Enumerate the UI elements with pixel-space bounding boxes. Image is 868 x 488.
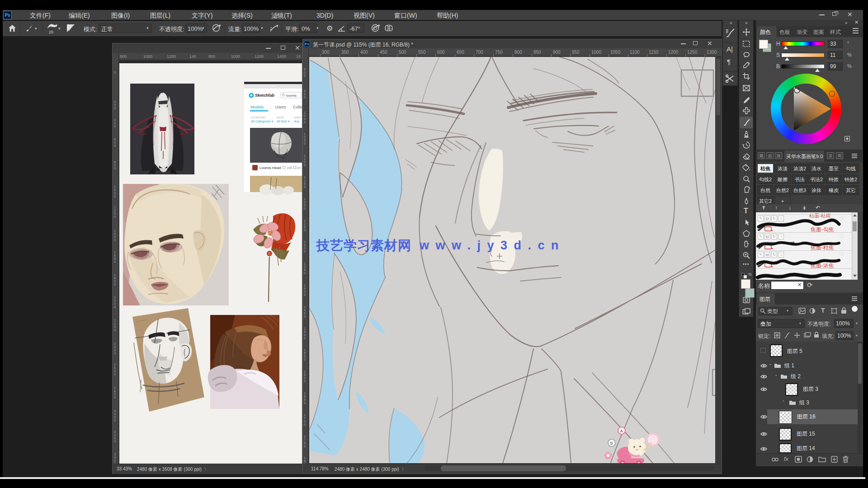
svg-text:A: A — [620, 429, 623, 433]
svg-text:技艺学习素材网: 技艺学习素材网 — [316, 238, 411, 253]
svg-text:All Categories ▾: All Categories ▾ — [251, 120, 274, 123]
svg-text:ANIM: ANIM — [294, 116, 301, 119]
svg-text:24: 24 — [297, 166, 301, 169]
svg-text:Loomis Head: Loomis Head — [259, 166, 281, 170]
svg-text:Users: Users — [275, 105, 286, 109]
svg-text:All time ▾: All time ▾ — [277, 120, 290, 123]
svg-text:305: 305 — [287, 166, 292, 169]
svg-text:Models: Models — [250, 105, 264, 109]
svg-text:S: S — [610, 441, 613, 446]
svg-text:loomis: loomis — [286, 94, 297, 98]
svg-text:www.jy3d.cn: www.jy3d.cn — [419, 239, 565, 252]
svg-text:DATE: DATE — [277, 116, 284, 119]
svg-text:Colle: Colle — [293, 105, 302, 109]
svg-text:Any: Any — [294, 120, 300, 123]
svg-text:Sketchfab: Sketchfab — [255, 93, 275, 98]
svg-text:CATEGORY: CATEGORY — [251, 116, 266, 119]
